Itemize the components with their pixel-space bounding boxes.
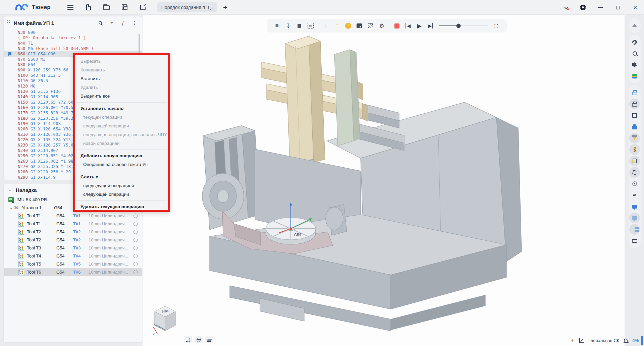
machine-panel-button[interactable] [354, 21, 365, 31]
bell-icon[interactable] [624, 339, 628, 342]
tool-row[interactable]: Tool T5G54T#510mm Цилиндрич... [4, 260, 142, 268]
tool-radio[interactable] [133, 222, 138, 226]
tool-row[interactable]: Tool T1G54T#110mm Цилиндрич... [4, 220, 142, 228]
tool-holder-button[interactable] [629, 155, 641, 167]
menu-item[interactable]: Добавить новую операцию [75, 152, 168, 160]
tool-radio[interactable] [133, 214, 138, 218]
tool-radio[interactable] [133, 230, 138, 234]
tool-row[interactable]: Tool T3G54T#310mm Цилиндрич... [4, 244, 142, 252]
speed-slider[interactable] [439, 21, 488, 31]
menu-item[interactable]: Установить начало [75, 104, 168, 113]
slider-thumb[interactable] [457, 24, 461, 28]
view-cube[interactable]: Верх Спереди Справа X [150, 303, 180, 336]
expand-chevron-icon[interactable]: ⌄ [8, 206, 14, 210]
tool-row[interactable]: Tool T2G54T#210mm Цилиндрич... [4, 228, 142, 236]
menu-item[interactable]: Операция на основе текста УП [75, 160, 168, 169]
machine-gray-button[interactable] [629, 98, 641, 110]
wcs-label: G54 [294, 233, 301, 237]
hatch-icon [368, 23, 373, 28]
viewport-3d[interactable]: G54 [143, 15, 625, 346]
step-down-button[interactable]: ↓ [320, 21, 331, 31]
coordinate-system-icon[interactable] [579, 338, 584, 343]
menu-item[interactable]: Вставить [75, 74, 168, 83]
machine-outline-button[interactable] [629, 87, 641, 98]
tool-row[interactable]: Tool T6G54T#610mm Цилиндрич... [4, 268, 142, 276]
skip-to-end-button[interactable]: ▶ [425, 21, 436, 31]
collapse-triangle-button[interactable] [629, 20, 641, 31]
lines-dense-button[interactable]: ≣ [294, 21, 305, 31]
code-line[interactable]: ( OP: Obrabotka torczev 1 ) [4, 35, 142, 41]
tab-document[interactable]: Порядок создания п [157, 2, 217, 12]
tool-row[interactable]: Tool T1G54T#110mm Цилиндрич... [4, 212, 142, 220]
zoom-level[interactable]: 4% [632, 338, 639, 343]
clamp-icon [632, 62, 637, 67]
updates-button[interactable] [557, 0, 574, 15]
code-line[interactable]: N40 T1 [4, 41, 142, 46]
comment-filled-button[interactable] [629, 201, 641, 212]
settings-button[interactable] [574, 0, 592, 15]
main-menu-button[interactable] [66, 3, 75, 12]
panel-menu-button[interactable]: ⋮ [130, 19, 139, 27]
open-file-button[interactable] [102, 3, 111, 12]
minimize-button[interactable] [592, 0, 609, 15]
select-mode-button[interactable] [184, 336, 192, 343]
layers-colored-button[interactable] [629, 70, 641, 82]
code-line[interactable]: N30 G90 [4, 30, 142, 35]
tool-radio[interactable] [133, 238, 138, 242]
comment-light-button[interactable] [629, 212, 641, 224]
probe-button[interactable] [629, 48, 641, 59]
toolpath-wave-button[interactable]: ≈ [629, 189, 641, 201]
sim-settings-button[interactable]: ⚙ [376, 21, 387, 31]
skip-to-start-button[interactable]: ◀ [402, 21, 414, 31]
machine-solid-button[interactable] [629, 121, 641, 132]
stop-button[interactable] [391, 21, 402, 31]
magnet-button[interactable] [629, 36, 641, 48]
close-button[interactable]: × [627, 0, 644, 15]
trace-point-button[interactable] [629, 178, 641, 189]
menu-item: Вырезать [75, 57, 168, 66]
open-editor-button[interactable] [139, 3, 147, 12]
tool-radio[interactable] [133, 270, 138, 274]
menu-item[interactable]: предыдущей операцией [75, 181, 168, 190]
tool-row[interactable]: Tool T4G54T#410mm Цилиндрич... [4, 252, 142, 260]
note-outline-button[interactable] [629, 235, 641, 246]
drill-button[interactable] [629, 144, 641, 155]
stock-button[interactable] [629, 110, 641, 121]
drag-handle-icon[interactable] [7, 20, 10, 25]
warnings-button[interactable]: ! [342, 21, 354, 31]
restore-button[interactable] [609, 0, 627, 15]
function-button[interactable]: ƒ [119, 19, 127, 27]
tool-radio[interactable] [133, 246, 138, 250]
menu-item[interactable]: Выделить все [75, 92, 168, 101]
cs-selector[interactable]: Глобальная СК [588, 338, 619, 343]
menu-item[interactable]: Слить с [75, 173, 168, 181]
frame-settings-button[interactable]: ⚙ [305, 21, 316, 31]
fixture-hook-button[interactable] [629, 167, 641, 178]
menu-item[interactable]: следующей операции [75, 190, 168, 199]
split-button[interactable]: ÷ [108, 19, 116, 27]
search-button[interactable] [96, 19, 104, 27]
clamp-button[interactable] [629, 59, 641, 70]
tool-icon [18, 221, 24, 227]
program-lines-button[interactable]: ≡ [271, 21, 282, 31]
layout-grid-button[interactable]: ∷ [491, 21, 502, 31]
render-mode-button[interactable] [195, 336, 203, 343]
tool-radio[interactable] [133, 254, 138, 258]
new-file-button[interactable] [84, 3, 93, 12]
zoom-in-button[interactable]: + [571, 337, 575, 344]
tool-cone-button[interactable] [629, 132, 641, 144]
play-button[interactable]: ▶ [414, 21, 425, 31]
goto-line-button[interactable]: ↧ [282, 21, 293, 31]
display-mode-button[interactable] [205, 336, 213, 343]
step-up-button[interactable]: ↑ [331, 21, 342, 31]
save-button[interactable] [120, 3, 129, 12]
tool-row[interactable]: Tool T2G54T#210mm Цилиндрич... [4, 236, 142, 244]
add-tab-button[interactable]: + [223, 3, 227, 11]
tool-radio[interactable] [133, 262, 138, 266]
menu-item[interactable]: Удалить текущую операцию [75, 203, 168, 211]
collision-check-button[interactable] [365, 21, 376, 31]
grid-button[interactable] [629, 224, 641, 235]
menu-item: текущей операции [75, 113, 168, 122]
collapse-chevron-icon[interactable]: ⌄ [7, 188, 12, 192]
code-line[interactable]: N50 M6 (Face_mill_50 D64.5MM ) [4, 46, 142, 51]
